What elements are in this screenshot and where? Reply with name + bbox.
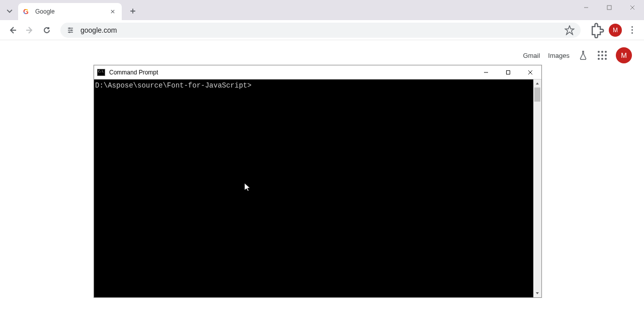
triangle-up-icon xyxy=(535,81,539,86)
google-account-button[interactable]: M xyxy=(616,47,632,63)
chrome-menu-button[interactable] xyxy=(624,22,640,38)
browser-tab-active[interactable]: G Google xyxy=(18,3,122,20)
cmd-close-button[interactable] xyxy=(519,65,541,79)
maximize-icon xyxy=(607,5,612,10)
chrome-window-controls xyxy=(575,0,644,15)
minimize-icon xyxy=(484,70,489,75)
svg-point-3 xyxy=(69,31,70,33)
tune-icon xyxy=(66,26,74,34)
star-icon xyxy=(565,25,575,35)
site-settings-icon[interactable] xyxy=(66,26,74,34)
chrome-close-button[interactable] xyxy=(621,0,644,15)
close-icon xyxy=(630,5,635,10)
address-bar[interactable]: google.com xyxy=(60,23,581,38)
extensions-button[interactable] xyxy=(589,22,605,38)
url-text: google.com xyxy=(80,26,565,34)
chrome-toolbar: google.com M xyxy=(0,20,644,40)
arrow-left-icon xyxy=(9,26,17,34)
cmd-minimize-button[interactable] xyxy=(475,65,497,79)
forward-button[interactable] xyxy=(21,22,38,39)
scrollbar-thumb[interactable] xyxy=(534,88,540,102)
cmd-icon xyxy=(97,69,105,76)
tab-close-button[interactable] xyxy=(109,8,117,16)
cmd-vertical-scrollbar[interactable] xyxy=(533,79,541,297)
cmd-body-wrap: D:\Aspose\source\Font-for-JavaScript> xyxy=(94,79,541,297)
plus-icon xyxy=(130,8,136,14)
scroll-down-button[interactable] xyxy=(533,289,541,297)
svg-rect-0 xyxy=(607,6,611,10)
chevron-down-icon xyxy=(7,8,13,14)
puzzle-icon xyxy=(589,22,605,38)
cmd-prompt-line: D:\Aspose\source\Font-for-JavaScript> xyxy=(95,81,252,90)
reload-icon xyxy=(43,26,51,34)
tab-title: Google xyxy=(35,8,109,15)
flask-icon xyxy=(578,50,589,61)
gmail-link[interactable]: Gmail xyxy=(523,52,540,59)
google-favicon: G xyxy=(23,8,31,16)
close-icon xyxy=(528,70,533,75)
svg-point-2 xyxy=(71,29,72,31)
cmd-window-controls xyxy=(475,65,541,79)
reload-button[interactable] xyxy=(38,22,55,39)
arrow-right-icon xyxy=(26,26,34,34)
chrome-minimize-button[interactable] xyxy=(575,0,598,15)
bookmark-button[interactable] xyxy=(565,25,575,35)
search-labs-button[interactable] xyxy=(578,50,589,61)
scroll-up-button[interactable] xyxy=(533,79,541,88)
cmd-maximize-button[interactable] xyxy=(497,65,519,79)
chrome-maximize-button[interactable] xyxy=(598,0,621,15)
chrome-tab-strip: G Google xyxy=(0,0,644,20)
svg-rect-4 xyxy=(507,70,510,74)
command-prompt-window: Command Prompt D:\Aspose\source\Font-for… xyxy=(94,65,542,298)
maximize-icon xyxy=(506,70,511,75)
apps-grid-icon xyxy=(598,51,607,60)
scrollbar-track[interactable] xyxy=(533,88,541,289)
cmd-titlebar[interactable]: Command Prompt xyxy=(94,65,541,79)
google-apps-button[interactable] xyxy=(597,50,608,61)
triangle-down-icon xyxy=(535,291,539,295)
chrome-profile-button[interactable]: M xyxy=(609,24,622,37)
cmd-window-title: Command Prompt xyxy=(109,69,475,76)
cmd-terminal[interactable]: D:\Aspose\source\Font-for-JavaScript> xyxy=(94,79,533,297)
close-icon xyxy=(111,10,115,14)
minimize-icon xyxy=(584,5,589,10)
tab-search-dropdown[interactable] xyxy=(3,4,16,18)
new-tab-button[interactable] xyxy=(126,4,140,18)
back-button[interactable] xyxy=(4,22,21,39)
kebab-icon xyxy=(631,26,633,34)
images-link[interactable]: Images xyxy=(548,52,570,59)
svg-point-1 xyxy=(69,27,70,29)
